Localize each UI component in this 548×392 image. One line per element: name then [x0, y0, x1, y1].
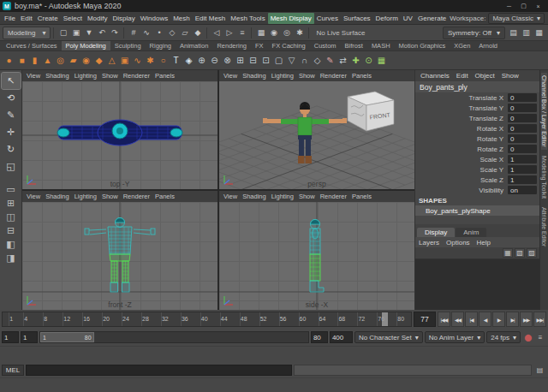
play-forwards-button[interactable]: ▶ — [492, 312, 505, 327]
tool-settings-toggle-icon[interactable]: ▥ — [520, 27, 533, 39]
boolean-difference-icon[interactable]: ⊖ — [208, 52, 221, 68]
range-slider-handle[interactable]: 1 80 — [40, 332, 94, 342]
snap-to-curve-icon[interactable]: ∿ — [140, 27, 152, 39]
menu-item[interactable]: Deform — [373, 13, 401, 24]
command-language-button[interactable]: MEL — [2, 365, 24, 376]
viewport-side-canvas[interactable]: side -X — [219, 202, 414, 310]
four-pane-layout-button[interactable]: ⊞ — [3, 197, 20, 210]
shelf-tab[interactable]: Custom — [310, 41, 341, 50]
poly-gear-icon[interactable]: ✱ — [144, 52, 157, 68]
symmetry-selector[interactable]: Symmetry: Off▾ — [443, 27, 505, 39]
render-settings-icon[interactable]: ✱ — [293, 27, 306, 39]
animation-preferences-icon[interactable]: ≡ — [534, 331, 546, 343]
shelf-tab[interactable]: Rigging — [146, 41, 176, 50]
poly-cone-icon[interactable]: ▲ — [41, 52, 54, 68]
viewport-menu-item[interactable]: Panels — [152, 193, 177, 200]
anim-layer-selector[interactable]: No Anim Layer▾ — [425, 331, 485, 343]
viewport-menu-item[interactable]: Shading — [43, 72, 72, 80]
viewport-menu-item[interactable]: Show — [99, 72, 121, 80]
combine-icon[interactable]: ⊞ — [234, 52, 247, 68]
channel-value-field[interactable]: 0 — [508, 93, 537, 102]
snap-to-projected-center-icon[interactable]: ◇ — [165, 27, 178, 39]
mirror-icon[interactable]: ⇄ — [337, 52, 349, 68]
boolean-union-icon[interactable]: ⊕ — [195, 52, 208, 68]
poly-platonic-icon[interactable]: ◆ — [92, 52, 105, 68]
viewport-menu-item[interactable]: Panels — [349, 193, 374, 200]
extract-icon[interactable]: ⊡ — [259, 52, 272, 68]
shelf-tab[interactable]: MASH — [367, 41, 395, 50]
go-to-start-button[interactable]: |◀◀ — [438, 312, 450, 327]
menu-item[interactable]: Edit — [18, 13, 35, 24]
single-pane-layout-button[interactable]: ▭ — [3, 183, 20, 196]
hypershade-persp-layout-button[interactable]: ◨ — [3, 252, 20, 264]
poly-cylinder-icon[interactable]: ▮ — [28, 52, 41, 68]
open-render-view-icon[interactable]: ▦ — [254, 27, 267, 39]
input-connections-icon[interactable]: ◁ — [210, 27, 223, 39]
menu-item[interactable]: Select — [61, 13, 85, 24]
channel-box-menu-item[interactable]: Show — [498, 72, 522, 80]
layer-editor-menu-item[interactable]: Help — [474, 239, 494, 246]
shelf-tab[interactable]: Curves / Surfaces — [2, 41, 62, 50]
sidebar-tab[interactable]: Attribute Editor — [541, 205, 547, 249]
viewport-menu-item[interactable]: Renderer — [121, 72, 152, 80]
character-set-selector[interactable]: No Character Set▾ — [354, 331, 423, 343]
poly-helix-icon[interactable]: ∿ — [131, 52, 144, 68]
viewport-menu-item[interactable]: Lighting — [72, 72, 99, 80]
shelf-tab[interactable]: Rendering — [212, 41, 251, 50]
workspace-selector[interactable]: Workspace: Maya Classic▾ — [450, 13, 546, 24]
channel-box-menu-item[interactable]: Object — [472, 72, 498, 80]
output-connections-icon[interactable]: ▷ — [223, 27, 235, 39]
layer-editor-menu-item[interactable]: Layers — [415, 239, 443, 246]
make-live-icon[interactable]: ◆ — [191, 27, 204, 39]
poly-disc-icon[interactable]: ◉ — [80, 52, 92, 68]
shape-node-name[interactable]: Boy_pants_plyShape — [415, 205, 539, 216]
separate-icon[interactable]: ⊟ — [247, 52, 259, 68]
paint-select-tool[interactable]: ✎ — [2, 107, 21, 123]
viewport-top-canvas[interactable]: top -Y — [22, 81, 217, 189]
viewport-menu-item[interactable]: Lighting — [269, 193, 296, 200]
shelf-tab[interactable]: Animation — [176, 41, 212, 50]
poly-plane-icon[interactable]: ▰ — [67, 52, 80, 68]
menu-item[interactable]: Display — [110, 13, 138, 24]
channel-value-field[interactable]: on — [508, 186, 537, 194]
three-pane-split-layout-button[interactable]: ◧ — [3, 238, 20, 251]
lasso-select-tool[interactable]: ⟲ — [2, 90, 21, 106]
animation-start-field[interactable]: 1 — [2, 331, 19, 343]
mel-command-input[interactable] — [26, 365, 292, 376]
render-current-frame-icon[interactable]: ◉ — [267, 27, 280, 39]
poly-pyramid-icon[interactable]: △ — [105, 52, 118, 68]
menu-item[interactable]: Curves — [314, 13, 341, 24]
playback-start-field[interactable]: 1 — [21, 331, 38, 343]
boolean-intersection-icon[interactable]: ⊗ — [221, 52, 234, 68]
fill-hole-icon[interactable]: ▢ — [272, 52, 285, 68]
viewport-menu-item[interactable]: Renderer — [318, 193, 349, 200]
new-scene-icon[interactable]: ▢ — [57, 27, 69, 39]
quad-draw-icon[interactable]: ▦ — [375, 52, 388, 68]
channel-box-toggle-icon[interactable]: ▦ — [533, 27, 545, 39]
snap-to-point-icon[interactable]: • — [152, 27, 165, 39]
channel-value-field[interactable]: 0 — [508, 145, 537, 153]
layer-editor-menu-item[interactable]: Options — [443, 239, 474, 246]
step-forward-frame-button[interactable]: ▶▶ — [520, 312, 533, 327]
go-to-end-button[interactable]: ▶▶| — [533, 312, 546, 327]
target-weld-icon[interactable]: ⊙ — [362, 52, 375, 68]
menu-set-selector[interactable]: Modeling▾ — [3, 27, 51, 39]
viewport-menu-item[interactable]: Renderer — [121, 193, 152, 200]
sidebar-tab[interactable]: Channel Box / Layer Editor — [541, 73, 547, 150]
viewport-menu-item[interactable]: Show — [296, 193, 318, 200]
viewport-menu-item[interactable]: View — [221, 72, 240, 80]
step-back-key-button[interactable]: |◀ — [465, 312, 478, 327]
viewport-front-canvas[interactable]: front -Z — [22, 202, 217, 310]
menu-item[interactable]: Mesh — [170, 13, 193, 24]
layer-editor-tab[interactable]: Anim — [456, 228, 486, 237]
append-to-polygon-icon[interactable]: ◇ — [311, 52, 324, 68]
shelf-tab[interactable]: FX Caching — [268, 41, 310, 50]
sidebar-tab[interactable]: Modeling Toolkit — [541, 153, 547, 201]
selected-node-name[interactable]: Boy_pants_ply — [415, 81, 539, 92]
step-back-frame-button[interactable]: ◀◀ — [451, 312, 464, 327]
close-button[interactable]: × — [531, 1, 545, 11]
fps-selector[interactable]: 24 fps▾ — [486, 331, 521, 343]
viewport-persp-canvas[interactable]: FRONT — [219, 81, 414, 189]
menu-item[interactable]: UV — [401, 13, 415, 24]
viewport-menu-item[interactable]: Shading — [43, 193, 72, 200]
